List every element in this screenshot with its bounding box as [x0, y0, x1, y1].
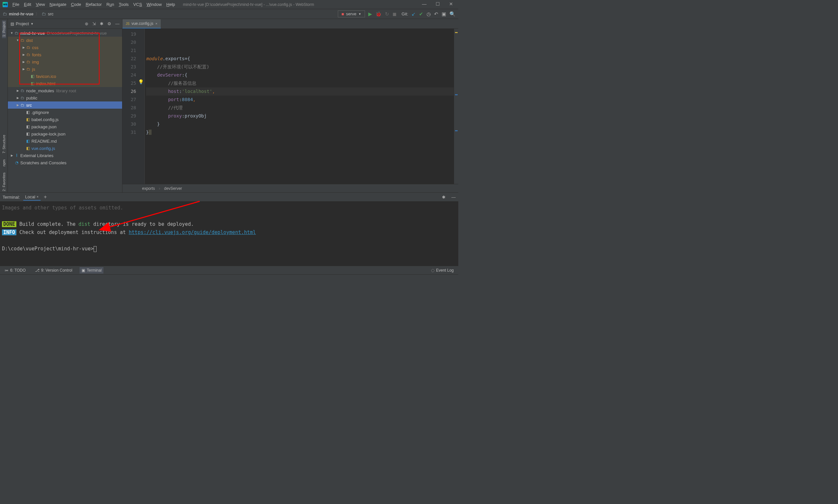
git-label: Git: [402, 12, 408, 16]
menu-vcs[interactable]: VCS [131, 1, 144, 7]
terminal-hide-icon[interactable]: — [451, 195, 456, 200]
tree-file-vueconfig[interactable]: ◧vue.config.js [8, 145, 122, 152]
marker-strip[interactable] [454, 29, 458, 184]
tool-npm[interactable]: npm [2, 158, 6, 167]
terminal-cursor [94, 246, 96, 252]
tree-root[interactable]: ▼🗀 mind-hr-vue D:\code\vueProject\mind-h… [8, 30, 122, 37]
tree-file-index[interactable]: ◧index.html [8, 80, 122, 87]
breadcrumb-src[interactable]: src [48, 12, 53, 16]
search-everywhere-button[interactable]: 🔍 [449, 11, 456, 17]
tab-version-control[interactable]: ⎇9: Version Control [33, 267, 74, 274]
editor-breadcrumbs: exports › devServer [122, 184, 458, 193]
menu-file[interactable]: File [11, 1, 21, 7]
term-text: directory is ready to be deployed. [90, 221, 194, 227]
editor-tab-vueconfig[interactable]: JS vue.config.js × [122, 19, 161, 29]
tree-folder-node-modules[interactable]: ▶🗀node_moduleslibrary root [8, 87, 122, 94]
menu-help[interactable]: Help [164, 1, 177, 7]
tree-label: package-lock.json [32, 131, 66, 137]
folder-icon: 🗀 [41, 12, 46, 16]
menu-refactor[interactable]: Refactor [84, 1, 104, 7]
js-icon: JS [126, 22, 130, 25]
tree-file-package-lock[interactable]: ◧package-lock.json [8, 130, 122, 138]
close-tab-icon[interactable]: × [155, 22, 157, 25]
badge-info: INFO [2, 230, 16, 235]
code-content[interactable]: module.exports={ //开发环境(可以不配置) devServer… [145, 29, 454, 184]
maximize-button[interactable]: ☐ [436, 1, 440, 6]
git-update-button[interactable]: ↙ [411, 11, 416, 17]
tree-label: js [32, 67, 35, 72]
tree-file-favicon[interactable]: ◧favicon.ico [8, 73, 122, 80]
tree-folder-css[interactable]: ▶🗀css [8, 44, 122, 51]
editor-body[interactable]: 192021 222324 252627 282930 31 💡 module.… [122, 29, 458, 184]
tree-file-babel[interactable]: ◧babel.config.js [8, 116, 122, 123]
close-button[interactable]: ✕ [449, 1, 453, 6]
menu-edit[interactable]: Edit [22, 1, 33, 7]
git-revert-button[interactable]: ↶ [434, 11, 438, 17]
tree-file-readme[interactable]: ◧README.md [8, 138, 122, 145]
close-terminal-tab-icon[interactable]: × [37, 195, 39, 199]
tree-file-package[interactable]: ◧package.json [8, 123, 122, 130]
tab-terminal[interactable]: ▣Terminal [79, 267, 104, 274]
tree-folder-dist[interactable]: ▼🗀dist [8, 37, 122, 44]
terminal-tab-label: Local [25, 194, 35, 199]
tree-label: node_modules [26, 88, 54, 93]
settings-icon[interactable]: ✱ [100, 21, 104, 26]
tool-favorites[interactable]: 2: Favorites [2, 171, 6, 193]
run-button[interactable]: ▶ [368, 11, 372, 17]
intention-bulb-icon[interactable]: 💡 [138, 79, 144, 85]
git-commit-button[interactable]: ✔ [419, 11, 423, 17]
tool-structure[interactable]: 7: Structure [2, 133, 6, 155]
tree-label: dist [26, 38, 33, 43]
hide-icon[interactable]: — [115, 21, 120, 26]
terminal-output[interactable]: Images and other types of assets omitted… [0, 201, 458, 266]
tree-folder-img[interactable]: ▶🗀img [8, 58, 122, 66]
tree-folder-fonts[interactable]: ▶🗀fonts [8, 51, 122, 58]
crumb-exports[interactable]: exports [142, 186, 155, 191]
menu-window[interactable]: Window [145, 1, 164, 7]
tree-tag: library root [56, 88, 76, 93]
locate-icon[interactable]: ⊕ [85, 21, 88, 26]
project-tree[interactable]: ▼🗀 mind-hr-vue D:\code\vueProject\mind-h… [8, 29, 122, 193]
deployment-url-link[interactable]: https://cli.vuejs.org/guide/deployment.h… [129, 230, 256, 235]
menu-run[interactable]: Run [104, 1, 116, 7]
git-history-button[interactable]: ◷ [427, 11, 431, 17]
new-terminal-button[interactable]: + [44, 194, 47, 200]
menu-code[interactable]: Code [69, 1, 83, 7]
terminal-settings-icon[interactable]: ✱ [442, 195, 446, 200]
stop-button[interactable]: ◼ [392, 11, 396, 17]
menu-navigate[interactable]: Navigate [48, 1, 68, 7]
tree-folder-public[interactable]: ▶🗀public [8, 94, 122, 102]
crumb-devserver[interactable]: devServer [164, 186, 182, 191]
navigation-bar: 🗀 mind-hr-vue 〉 🗀 src ◼ serve ▼ ▶ 🐞 ↻ ◼ … [0, 9, 458, 19]
menu-view[interactable]: View [34, 1, 47, 7]
tree-label: External Libraries [20, 153, 53, 158]
tab-event-log[interactable]: ◌Event Log [429, 267, 456, 274]
breadcrumb-root[interactable]: mind-hr-vue [9, 12, 33, 16]
gear-icon[interactable]: ⚙ [107, 21, 111, 26]
tree-file-gitignore[interactable]: ◧.gitignore [8, 109, 122, 116]
coverage-button[interactable]: ↻ [385, 11, 389, 17]
tree-folder-src[interactable]: ▶🗀src [8, 102, 122, 109]
tree-external-libs[interactable]: ▶𝄃External Libraries [8, 152, 122, 159]
project-view-selector[interactable]: ▤ Project ▼ [11, 21, 33, 26]
minimize-button[interactable]: — [422, 1, 427, 6]
tree-folder-js[interactable]: ▶🗀js [8, 66, 122, 73]
tree-scratches[interactable]: ◔Scratches and Consoles [8, 159, 122, 166]
editor-tab-label: vue.config.js [131, 21, 154, 26]
project-tool-window: ▤ Project ▼ ⊕ ⇲ ✱ ⚙ — ▼🗀 mind-hr-vue D:\… [8, 19, 122, 193]
ide-settings-button[interactable]: ▣ [442, 11, 446, 17]
tree-label: .gitignore [32, 110, 49, 115]
tab-todo[interactable]: ≔6: TODO [3, 267, 28, 274]
tree-label: index.html [36, 81, 55, 86]
menu-tools[interactable]: Tools [117, 1, 131, 7]
debug-button[interactable]: 🐞 [375, 11, 382, 17]
folder-icon: 🗀 [3, 12, 7, 16]
terminal-tab-local[interactable]: Local × [23, 194, 40, 201]
tool-project[interactable]: 1: Project [2, 20, 6, 38]
run-config-selector[interactable]: ◼ serve ▼ [338, 11, 365, 17]
collapse-icon[interactable]: ⇲ [92, 21, 96, 26]
titlebar: WS File Edit View Navigate Code Refactor… [0, 0, 458, 9]
fold-gutter[interactable] [139, 29, 145, 184]
editor-area: JS vue.config.js × 192021 222324 252627 … [122, 19, 458, 193]
tree-root-label: mind-hr-vue [20, 31, 45, 36]
